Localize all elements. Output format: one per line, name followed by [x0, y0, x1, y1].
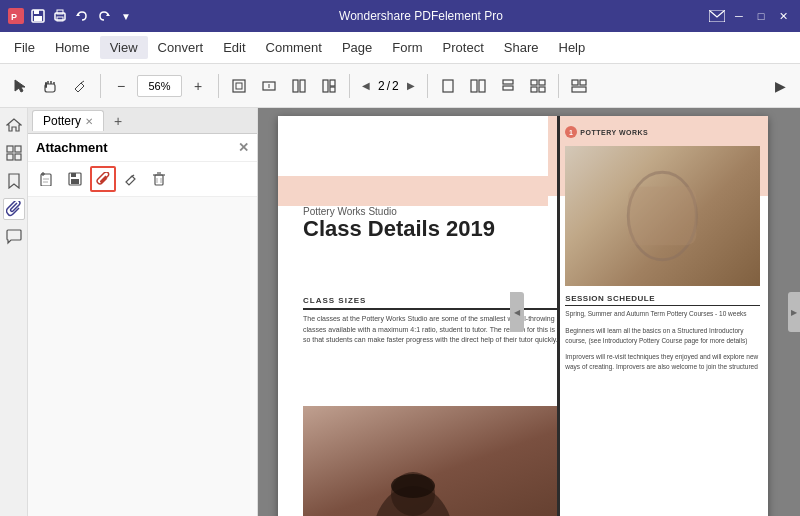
menu-view[interactable]: View — [100, 36, 148, 59]
bookmark-side-icon[interactable] — [3, 170, 25, 192]
svg-rect-29 — [479, 80, 485, 92]
svg-rect-24 — [323, 80, 328, 92]
dropdown-titlebar-icon[interactable]: ▼ — [118, 8, 134, 24]
comment-side-icon[interactable] — [3, 226, 25, 248]
pottery-tab[interactable]: Pottery ✕ — [32, 110, 104, 131]
svg-rect-33 — [539, 80, 545, 85]
hand-tool-button[interactable] — [36, 72, 64, 100]
badge-dot: 1 — [565, 126, 577, 138]
svg-rect-19 — [236, 83, 242, 89]
attachment-title: Attachment — [36, 140, 108, 155]
single-page-button[interactable] — [434, 72, 462, 100]
person-photo — [303, 406, 558, 516]
zoom-in-button[interactable]: + — [184, 72, 212, 100]
redo-titlebar-icon[interactable] — [96, 8, 112, 24]
prev-page-button[interactable]: ◀ — [356, 76, 376, 96]
svg-line-53 — [131, 175, 134, 177]
scroll-page-button[interactable] — [494, 72, 522, 100]
right-expand-handle[interactable]: ▶ — [788, 292, 800, 332]
window-controls: ─ □ ✕ — [708, 7, 792, 25]
minimize-button[interactable]: ─ — [730, 7, 748, 25]
page-navigation: ◀ 2 / 2 ▶ — [356, 76, 421, 96]
menu-convert[interactable]: Convert — [148, 36, 214, 59]
left-expand-handle[interactable]: ◀ — [510, 292, 524, 332]
menu-page[interactable]: Page — [332, 36, 382, 59]
svg-rect-4 — [34, 16, 42, 21]
attachment-header: Attachment ✕ — [28, 134, 257, 162]
side-icons-panel — [0, 108, 28, 516]
fit-page-button[interactable] — [225, 72, 253, 100]
main-area: Pottery ✕ + Attachment ✕ — [0, 108, 800, 516]
attachment-panel: Pottery ✕ + Attachment ✕ — [28, 108, 258, 516]
session-line1: Spring, Summer and Autumn Term Pottery C… — [565, 309, 760, 319]
toolbar-separator-3 — [349, 74, 350, 98]
menu-home[interactable]: Home — [45, 36, 100, 59]
svg-text:P: P — [11, 12, 17, 22]
tab-bar: Pottery ✕ + — [28, 108, 257, 134]
print-titlebar-icon[interactable] — [52, 8, 68, 24]
menu-help[interactable]: Help — [549, 36, 596, 59]
expand-panel-button[interactable]: ▶ — [766, 72, 794, 100]
app-icon: P — [8, 8, 24, 24]
select-tool-button[interactable] — [6, 72, 34, 100]
edit-tool-button[interactable] — [66, 72, 94, 100]
attachment-side-icon[interactable] — [3, 198, 25, 220]
save-titlebar-icon[interactable] — [30, 8, 46, 24]
close-panel-icon[interactable]: ✕ — [238, 140, 249, 155]
svg-rect-25 — [330, 80, 335, 86]
delete-attachment-button[interactable] — [146, 166, 172, 192]
zoom-out-button[interactable]: − — [107, 72, 135, 100]
svg-rect-3 — [34, 10, 39, 14]
two-page-button[interactable] — [464, 72, 492, 100]
toolbar-separator-1 — [100, 74, 101, 98]
svg-rect-54 — [155, 175, 163, 185]
document-scroll[interactable]: Pottery Works Studio Class Details 2019 … — [258, 108, 800, 516]
edit-attachment-button[interactable] — [118, 166, 144, 192]
tab-label: Pottery — [43, 114, 81, 128]
next-page-button[interactable]: ▶ — [401, 76, 421, 96]
home-side-icon[interactable] — [3, 114, 25, 136]
session-line2: Beginners will learn all the basics on a… — [565, 326, 760, 346]
menu-edit[interactable]: Edit — [213, 36, 255, 59]
maximize-button[interactable]: □ — [752, 7, 770, 25]
session-divider — [565, 305, 760, 306]
grid-view-button[interactable] — [524, 72, 552, 100]
toolbar-separator-5 — [558, 74, 559, 98]
svg-point-64 — [391, 474, 435, 498]
menu-share[interactable]: Share — [494, 36, 549, 59]
svg-rect-27 — [443, 80, 453, 92]
new-tab-button[interactable]: + — [108, 111, 128, 131]
add-attachment-button[interactable] — [34, 166, 60, 192]
properties-button[interactable] — [565, 72, 593, 100]
rotate-button[interactable] — [315, 72, 343, 100]
attachment-icon-button[interactable] — [90, 166, 116, 192]
menu-file[interactable]: File — [4, 36, 45, 59]
session-schedule-section: SESSION SCHEDULE Spring, Summer and Autu… — [565, 294, 760, 372]
close-button[interactable]: ✕ — [774, 7, 792, 25]
menu-protect[interactable]: Protect — [433, 36, 494, 59]
thumbnail-side-icon[interactable] — [3, 142, 25, 164]
svg-marker-11 — [15, 80, 25, 92]
zoom-input[interactable] — [137, 75, 182, 97]
vertical-divider — [557, 116, 560, 516]
menu-comment[interactable]: Comment — [256, 36, 332, 59]
svg-rect-38 — [572, 87, 586, 92]
pottery-badge: 1 POTTERY WORKS — [565, 126, 760, 138]
undo-titlebar-icon[interactable] — [74, 8, 90, 24]
svg-rect-18 — [233, 80, 245, 92]
svg-line-17 — [81, 81, 84, 83]
svg-rect-22 — [293, 80, 298, 92]
actual-size-button[interactable] — [285, 72, 313, 100]
tab-close-icon[interactable]: ✕ — [85, 116, 93, 127]
save-attachment-button[interactable] — [62, 166, 88, 192]
menu-form[interactable]: Form — [382, 36, 432, 59]
svg-rect-35 — [539, 87, 545, 92]
svg-rect-40 — [7, 146, 13, 152]
svg-rect-28 — [471, 80, 477, 92]
email-icon[interactable] — [708, 7, 726, 25]
pink-left-rect — [278, 176, 548, 206]
svg-rect-42 — [7, 154, 13, 160]
svg-rect-31 — [503, 86, 513, 90]
fit-width-button[interactable] — [255, 72, 283, 100]
zoom-control — [137, 75, 182, 97]
